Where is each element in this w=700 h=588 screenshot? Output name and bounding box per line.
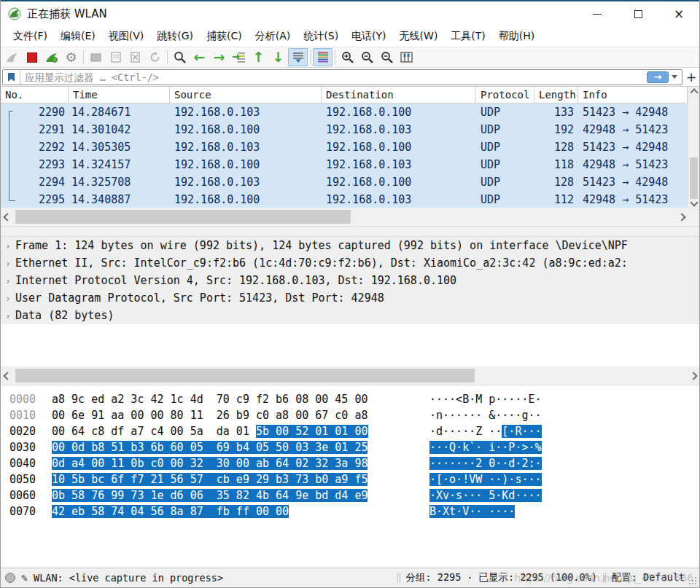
expert-info-icon[interactable] [5, 573, 15, 583]
menu-statistics[interactable]: 统计(S) [297, 27, 345, 46]
hex-row[interactable]: 0050 10 5b bc 6f f7 21 56 57 cb e9 29 b3… [1, 471, 699, 487]
detail-row-ethernet[interactable]: ›Ethernet II, Src: IntelCor_c9:f2:b6 (1c… [1, 254, 699, 272]
expand-chevron-icon[interactable]: › [1, 310, 15, 321]
go-to-packet-button[interactable] [229, 48, 249, 66]
cell-length: 118 [534, 158, 578, 171]
menu-go[interactable]: 跳转(G) [150, 27, 200, 46]
detail-row-data[interactable]: ›Data (82 bytes) [1, 307, 699, 324]
packet-list-vertical-scrollbar[interactable] [688, 87, 699, 208]
zoom-out-button[interactable] [357, 48, 377, 66]
open-file-button [86, 48, 106, 66]
packet-row[interactable]: 229014.284671192.168.0.103192.168.0.100U… [1, 103, 688, 121]
close-button[interactable]: × [658, 1, 699, 26]
horizontal-scroll-thumb[interactable] [15, 369, 475, 383]
scroll-right-button[interactable] [675, 208, 688, 226]
expand-chevron-icon[interactable]: › [1, 240, 15, 251]
next-packet-button[interactable]: → [209, 48, 229, 66]
scroll-left-button[interactable] [1, 366, 13, 385]
hex-row[interactable]: 0020 00 64 c8 df a7 c4 00 5a da 01 5b 00… [1, 423, 699, 439]
cell-time: 14.325708 [69, 176, 170, 189]
hex-row[interactable]: 0040 0d a4 00 11 0b c0 00 32 30 00 ab 64… [1, 455, 699, 471]
cell-destination: 192.168.0.100 [322, 106, 476, 119]
normal-size-button[interactable] [377, 48, 397, 66]
auto-scroll-button[interactable] [288, 48, 308, 66]
packet-row[interactable]: 229314.324157192.168.0.100192.168.0.103U… [1, 156, 688, 173]
colorize-button[interactable] [313, 48, 332, 66]
profile-label[interactable]: 配置: Default [612, 571, 685, 584]
restart-capture-button[interactable] [42, 48, 61, 66]
resize-grip[interactable] [689, 577, 696, 584]
column-header-protocol[interactable]: Protocol [476, 87, 534, 103]
chevron-left-icon [3, 213, 11, 221]
expand-chevron-icon[interactable]: › [1, 275, 15, 286]
menu-telephony[interactable]: 电话(Y) [345, 27, 392, 46]
stop-capture-icon [27, 52, 37, 63]
minimize-button[interactable] [577, 1, 618, 26]
menu-wireless[interactable]: 无线(W) [393, 27, 445, 46]
capture-comment-pencil-icon[interactable]: ✎ [21, 571, 28, 584]
menu-view[interactable]: 视图(V) [102, 27, 151, 46]
packet-row[interactable]: 229114.301042192.168.0.100192.168.0.103U… [1, 121, 688, 138]
hex-row[interactable]: 0060 0b 58 76 99 73 1e d6 06 35 82 4b 64… [1, 487, 699, 503]
stop-capture-button[interactable] [22, 48, 42, 66]
menu-analyze[interactable]: 分析(A) [249, 27, 298, 46]
scroll-down-button[interactable] [688, 197, 699, 208]
display-filter-input[interactable] [20, 70, 647, 85]
ascii-bytes-selected: [·R··· [502, 425, 541, 438]
detail-row-frame[interactable]: ›Frame 1: 124 bytes on wire (992 bits), … [1, 237, 699, 254]
add-filter-button[interactable]: + [685, 69, 698, 85]
horizontal-scroll-thumb[interactable] [15, 210, 351, 224]
column-header-source[interactable]: Source [170, 87, 322, 103]
column-header-no[interactable]: No. [1, 87, 69, 103]
apply-filter-button[interactable]: → [647, 71, 669, 83]
previous-packet-button[interactable]: ← [190, 48, 209, 66]
hex-offset: 0060 [1, 489, 46, 502]
scroll-right-button[interactable] [687, 366, 699, 385]
last-packet-icon: ↓ [273, 50, 284, 64]
expand-chevron-icon[interactable]: › [1, 293, 15, 304]
hex-row[interactable]: 0070 42 eb 58 74 04 56 8a 87 fb ff 00 00… [1, 503, 699, 520]
detail-row-udp[interactable]: ›User Datagram Protocol, Src Port: 51423… [1, 289, 699, 307]
filter-bookmark-button[interactable] [3, 70, 20, 85]
menu-capture[interactable]: 捕获(C) [200, 27, 249, 46]
maximize-button[interactable] [618, 1, 658, 26]
packet-row[interactable]: 229414.325708192.168.0.103192.168.0.100U… [1, 173, 688, 191]
zoom-in-button[interactable] [338, 48, 357, 66]
last-packet-button[interactable]: ↓ [268, 48, 288, 66]
scroll-left-button[interactable] [1, 208, 13, 226]
capture-options-button[interactable]: ⚙ [61, 48, 81, 66]
hex-bytes: 00 6e 91 aa 00 00 80 11 26 b9 c0 a8 00 6… [52, 409, 368, 422]
go-to-packet-icon [233, 52, 246, 63]
menu-edit[interactable]: 编辑(E) [54, 27, 102, 46]
detail-row-ip[interactable]: ›Internet Protocol Version 4, Src: 192.1… [1, 272, 699, 289]
cell-info: 51423 → 42948 [578, 141, 688, 154]
details-horizontal-scrollbar[interactable] [1, 366, 699, 385]
scroll-up-button[interactable] [688, 87, 699, 98]
hex-row[interactable]: 0010 00 6e 91 aa 00 00 80 11 26 b9 c0 a8… [1, 407, 699, 423]
hex-offset: 0010 [1, 409, 46, 422]
expand-chevron-icon[interactable]: › [1, 258, 15, 269]
resize-columns-button[interactable] [397, 48, 416, 66]
hex-row[interactable]: 0000 a8 9c ed a2 3c 42 1c 4d 70 c9 f2 b6… [1, 391, 699, 407]
filter-dropdown-caret-icon[interactable] [672, 75, 677, 79]
zoom-in-icon [341, 51, 354, 63]
find-packet-button[interactable] [170, 48, 190, 66]
first-packet-button[interactable]: ↑ [249, 48, 268, 66]
toolbar-separator [310, 50, 311, 65]
packet-list-horizontal-scrollbar[interactable] [1, 208, 688, 226]
pane-splitter[interactable] [1, 226, 699, 237]
status-separator [397, 573, 400, 583]
vertical-scroll-thumb[interactable] [690, 157, 698, 199]
packet-row[interactable]: 229214.305305192.168.0.103192.168.0.100U… [1, 138, 688, 156]
hex-row[interactable]: 0030 00 0d b8 51 b3 6b 60 05 69 b4 05 50… [1, 439, 699, 455]
hex-offset: 0030 [1, 441, 46, 454]
column-header-time[interactable]: Time [69, 87, 170, 103]
column-header-destination[interactable]: Destination [322, 87, 476, 103]
column-header-length[interactable]: Length [534, 87, 578, 103]
menu-file[interactable]: 文件(F) [7, 27, 54, 46]
packet-row[interactable]: 229514.340887192.168.0.100192.168.0.103U… [1, 191, 688, 208]
menu-tools[interactable]: 工具(T) [444, 27, 491, 46]
detail-text: Ethernet II, Src: IntelCor_c9:f2:b6 (1c:… [15, 256, 628, 270]
menu-help[interactable]: 帮助(H) [492, 27, 541, 46]
column-header-info[interactable]: Info [578, 87, 688, 103]
